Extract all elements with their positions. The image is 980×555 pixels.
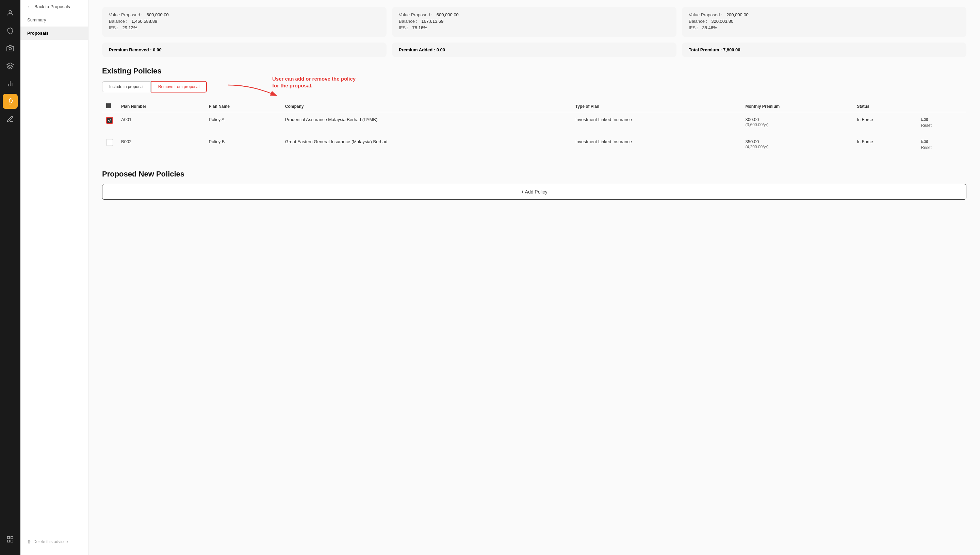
svg-rect-7 <box>11 537 13 539</box>
company-2: Great Eastern General Insurance (Malaysi… <box>281 134 571 156</box>
checkbox-cell-1[interactable] <box>102 112 117 134</box>
edit-link-2[interactable]: Edit <box>921 139 962 144</box>
actions-2: Edit Reset <box>917 134 967 156</box>
premium-added-card: Premium Added : 0.00 <box>392 43 676 57</box>
reset-link-2[interactable]: Reset <box>921 145 962 150</box>
trash-icon: 🗑 <box>27 539 31 544</box>
svg-point-0 <box>9 11 11 13</box>
actions-1: Edit Reset <box>917 112 967 134</box>
sidebar-icon-pen[interactable] <box>3 112 18 127</box>
plan-name-2: Policy B <box>205 134 281 156</box>
total-premium-label: Total Premium : <box>689 47 722 52</box>
toggle-annotation-area: Include in proposal Remove from proposal… <box>102 81 966 93</box>
value-proposed-1: 600,000.00 <box>147 12 169 18</box>
sidebar <box>0 0 21 555</box>
ifs-label-3: IFS : <box>689 25 698 30</box>
top-cards-row: Value Proposed : 600,000.00 Balance : 1,… <box>102 7 966 37</box>
svg-rect-9 <box>11 540 13 542</box>
back-to-proposals-button[interactable]: ← Back to Proposals <box>21 0 88 13</box>
type-of-plan-2: Investment Linked Insurance <box>571 134 741 156</box>
reset-link-1[interactable]: Reset <box>921 123 962 128</box>
include-in-proposal-button[interactable]: Include in proposal <box>102 81 151 92</box>
nav-item-proposals[interactable]: Proposals <box>21 27 88 40</box>
company-1: Prudential Assurance Malaysia Berhad (PA… <box>281 112 571 134</box>
remove-from-proposal-button[interactable]: Remove from proposal <box>151 81 207 93</box>
sidebar-icon-shield[interactable] <box>3 23 18 38</box>
ifs-1: 29.12% <box>122 25 137 30</box>
checkbox-cell-2[interactable] <box>102 134 117 156</box>
policy-checkbox-2[interactable] <box>106 139 113 146</box>
policy-row-1: A001 Policy A Prudential Assurance Malay… <box>102 112 966 134</box>
sidebar-icon-camera[interactable] <box>3 41 18 56</box>
checkmark-icon-1 <box>108 118 112 122</box>
svg-marker-2 <box>7 63 13 66</box>
ifs-label-1: IFS : <box>109 25 118 30</box>
annotation-text: User can add or remove the policy for th… <box>272 75 361 90</box>
top-card-2: Value Proposed : 600,000.00 Balance : 16… <box>392 7 676 37</box>
monthly-premium-1: 300.00 (3,600.00/yr) <box>741 112 853 134</box>
premium-added-value: 0.00 <box>437 47 445 52</box>
plan-name-col-header: Plan Name <box>205 101 281 112</box>
existing-policies-title: Existing Policies <box>102 67 966 75</box>
balance-1: 1,460,588.89 <box>131 19 157 24</box>
value-proposed-3: 200,000.00 <box>726 12 749 18</box>
company-col-header: Company <box>281 101 571 112</box>
premium-added-label: Premium Added : <box>399 47 435 52</box>
value-proposed-label-1: Value Proposed : <box>109 12 143 18</box>
ifs-3: 38.46% <box>702 25 717 30</box>
plan-number-2: B002 <box>117 134 205 156</box>
balance-label-1: Balance : <box>109 19 127 24</box>
left-nav: ← Back to Proposals Summary Proposals 🗑 … <box>21 0 88 555</box>
sidebar-icon-grid[interactable] <box>3 532 18 547</box>
value-proposed-label-2: Value Proposed : <box>399 12 432 18</box>
balance-3: 320,003.80 <box>711 19 733 24</box>
sidebar-icon-chart[interactable] <box>3 76 18 91</box>
top-card-3: Value Proposed : 200,000.00 Balance : 32… <box>682 7 966 37</box>
back-arrow-icon: ← <box>27 4 32 9</box>
delete-advisee-button[interactable]: 🗑 Delete this advisee <box>21 535 74 548</box>
delete-label: Delete this advisee <box>33 539 68 544</box>
plan-number-1: A001 <box>117 112 205 134</box>
svg-rect-8 <box>8 540 10 542</box>
svg-rect-6 <box>8 537 10 539</box>
checkbox-col-header <box>102 101 117 112</box>
ifs-label-2: IFS : <box>399 25 408 30</box>
premium-row: Premium Removed : 0.00 Premium Added : 0… <box>102 43 966 57</box>
status-col-header: Status <box>853 101 917 112</box>
main-content: Value Proposed : 600,000.00 Balance : 1,… <box>88 0 980 555</box>
annotation-arrow-group: User can add or remove the policy for th… <box>225 78 286 99</box>
policy-checkbox-1[interactable] <box>106 117 113 124</box>
sidebar-icon-layers[interactable] <box>3 58 18 74</box>
balance-label-2: Balance : <box>399 19 417 24</box>
type-of-plan-col-header: Type of Plan <box>571 101 741 112</box>
premium-removed-value: 0.00 <box>153 47 161 52</box>
ifs-2: 78.16% <box>412 25 427 30</box>
plan-number-col-header: Plan Number <box>117 101 205 112</box>
svg-point-1 <box>9 47 11 50</box>
summary-label: Summary <box>27 18 46 22</box>
plan-name-1: Policy A <box>205 112 281 134</box>
back-to-proposals-label: Back to Proposals <box>34 4 70 9</box>
existing-policies-table: Plan Number Plan Name Company Type of Pl… <box>102 101 966 156</box>
proposals-label: Proposals <box>27 30 49 36</box>
status-2: In Force <box>853 134 917 156</box>
balance-2: 167,613.69 <box>421 19 443 24</box>
monthly-premium-2: 350.00 (4,200.00/yr) <box>741 134 853 156</box>
edit-link-1[interactable]: Edit <box>921 117 962 122</box>
monthly-premium-col-header: Monthly Premium <box>741 101 853 112</box>
total-premium-card: Total Premium : 7,800.00 <box>682 43 966 57</box>
sidebar-icon-lightbulb[interactable] <box>3 94 18 109</box>
sidebar-icon-person[interactable] <box>3 5 18 21</box>
add-policy-button[interactable]: + Add Policy <box>102 184 966 200</box>
nav-item-summary[interactable]: Summary <box>21 13 88 27</box>
proposed-new-policies-title: Proposed New Policies <box>102 170 966 178</box>
total-premium-value: 7,800.00 <box>723 47 741 52</box>
premium-removed-card: Premium Removed : 0.00 <box>102 43 387 57</box>
value-proposed-2: 600,000.00 <box>437 12 459 18</box>
premium-removed-label: Premium Removed : <box>109 47 152 52</box>
actions-col-header <box>917 101 967 112</box>
top-card-1: Value Proposed : 600,000.00 Balance : 1,… <box>102 7 387 37</box>
balance-label-3: Balance : <box>689 19 707 24</box>
value-proposed-label-3: Value Proposed : <box>689 12 722 18</box>
select-all-indicator <box>106 103 111 108</box>
